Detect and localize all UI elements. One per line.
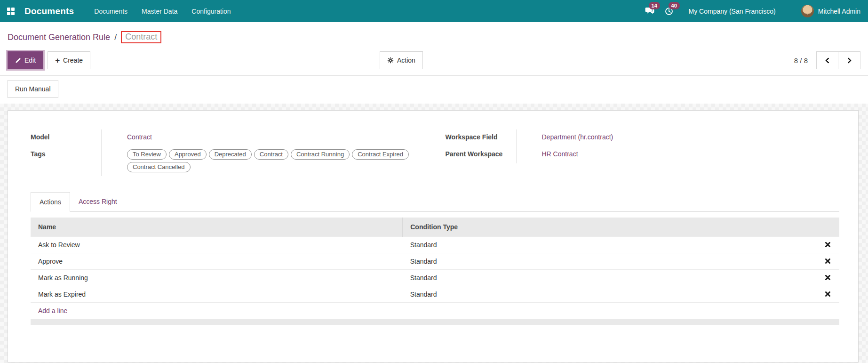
add-a-line-link[interactable]: Add a line: [38, 307, 67, 315]
pencil-icon: [15, 57, 21, 64]
tag-pill: To Review: [127, 149, 167, 160]
gear-icon: [387, 57, 394, 64]
apps-menu-button[interactable]: [0, 0, 22, 22]
tag-pill: Contract Cancelled: [127, 162, 191, 172]
create-button[interactable]: + Create: [48, 51, 90, 69]
column-header-delete: [816, 218, 839, 237]
tab-actions[interactable]: Actions: [31, 192, 70, 212]
edit-button[interactable]: Edit: [8, 51, 43, 69]
actions-table: Name Condition Type Ask to Review Standa…: [31, 218, 839, 319]
run-manual-button[interactable]: Run Manual: [8, 80, 58, 98]
cell-condition-type[interactable]: Standard: [403, 253, 816, 270]
action-button[interactable]: Action: [380, 51, 423, 69]
breadcrumb-current-highlighted: Contract: [121, 31, 161, 43]
pager-previous-button[interactable]: [816, 51, 838, 69]
top-navbar: Documents Documents Master Data Configur…: [0, 0, 868, 22]
delete-row-button[interactable]: [824, 274, 831, 281]
table-header-row: Name Condition Type: [31, 218, 839, 237]
tag-pill: Deprecated: [209, 149, 252, 160]
form-sheet: Model Contract Tags To Review Approved D…: [8, 110, 859, 363]
navbar-systray: 14 40 My Company (San Francisco) Mitchel…: [640, 3, 860, 19]
plus-icon: +: [55, 56, 60, 65]
tag-pill: Approved: [169, 149, 207, 160]
edit-create-group: Edit + Create: [8, 51, 90, 69]
add-line-row: Add a line: [31, 303, 839, 319]
fields-column-left: Model Contract Tags To Review Approved D…: [31, 129, 425, 176]
model-value-link[interactable]: Contract: [127, 133, 152, 141]
cell-name[interactable]: Approve: [31, 253, 403, 270]
user-name: Mitchell Admin: [818, 8, 860, 15]
field-workspace-field: Workspace Field Department (hr.contract): [446, 129, 840, 146]
cell-condition-type[interactable]: Standard: [403, 237, 816, 253]
tag-pill: Contract Expired: [352, 149, 409, 160]
form-view-background: Model Contract Tags To Review Approved D…: [0, 104, 868, 363]
pager: 8 / 8: [794, 51, 860, 69]
delete-x-icon: [825, 275, 830, 280]
delete-x-icon: [825, 242, 830, 247]
user-menu[interactable]: Mitchell Admin: [790, 5, 860, 17]
workspace-field-value-link[interactable]: Department (hr.contract): [542, 133, 613, 141]
activities-button[interactable]: 40: [660, 3, 678, 19]
apps-grid-icon: [7, 8, 15, 15]
delete-row-button[interactable]: [824, 290, 831, 298]
parent-workspace-label: Parent Workspace: [446, 146, 516, 163]
cell-condition-type[interactable]: Standard: [403, 286, 816, 303]
workspace-field-label: Workspace Field: [446, 129, 516, 146]
tab-access-right[interactable]: Access Right: [70, 192, 126, 212]
user-avatar: [801, 5, 814, 17]
field-parent-workspace: Parent Workspace HR Contract: [446, 146, 840, 163]
delete-x-icon: [825, 258, 830, 264]
fields-group: Model Contract Tags To Review Approved D…: [31, 129, 839, 176]
table-footer-strip: [31, 319, 839, 325]
app-title: Documents: [24, 6, 74, 16]
nav-item-configuration[interactable]: Configuration: [184, 0, 238, 22]
chevron-left-icon: [825, 57, 831, 64]
tags-label: Tags: [31, 146, 101, 176]
cell-name[interactable]: Mark as Running: [31, 270, 403, 286]
control-panel: Document Generation Rule / Contract Edit…: [0, 22, 868, 76]
navbar-menu: Documents Master Data Configuration: [87, 0, 238, 22]
navbar-left: Documents Documents Master Data Configur…: [0, 0, 238, 22]
pager-next-button[interactable]: [838, 51, 860, 69]
table-row[interactable]: Mark as Expired Standard: [31, 286, 839, 303]
tag-pill: Contract: [254, 149, 288, 160]
create-button-label: Create: [63, 56, 83, 64]
delete-row-button[interactable]: [824, 241, 831, 248]
nav-item-master-data[interactable]: Master Data: [135, 0, 184, 22]
messages-count-badge: 14: [649, 2, 660, 9]
tag-pill: Contract Running: [291, 149, 350, 160]
edit-button-label: Edit: [24, 56, 36, 64]
column-header-condition-type: Condition Type: [403, 218, 816, 237]
pager-buttons: [816, 51, 860, 69]
breadcrumb-parent-link[interactable]: Document Generation Rule: [8, 32, 110, 42]
model-label: Model: [31, 129, 101, 146]
cell-condition-type[interactable]: Standard: [403, 270, 816, 286]
pager-value[interactable]: 8 / 8: [794, 56, 808, 65]
statusbar: Run Manual: [0, 76, 868, 104]
breadcrumb-separator: /: [114, 32, 117, 42]
notebook-tabs: Actions Access Right: [31, 192, 839, 212]
column-header-name: Name: [31, 218, 403, 237]
activities-count-badge: 40: [669, 2, 680, 9]
fields-column-right: Workspace Field Department (hr.contract)…: [446, 129, 840, 176]
field-model: Model Contract: [31, 129, 425, 146]
nav-item-documents[interactable]: Documents: [87, 0, 135, 22]
table-row[interactable]: Mark as Running Standard: [31, 270, 839, 286]
parent-workspace-value-link[interactable]: HR Contract: [542, 150, 578, 158]
breadcrumb: Document Generation Rule / Contract: [8, 31, 860, 43]
delete-row-button[interactable]: [824, 258, 831, 265]
run-manual-label: Run Manual: [15, 85, 51, 93]
control-panel-buttons-row: Edit + Create Action 8 / 8: [8, 51, 860, 69]
messages-button[interactable]: 14: [640, 3, 660, 19]
field-tags: Tags To Review Approved Deprecated Contr…: [31, 146, 425, 176]
company-switcher[interactable]: My Company (San Francisco): [678, 8, 790, 15]
cell-name[interactable]: Ask to Review: [31, 237, 403, 253]
tags-list: To Review Approved Deprecated Contract C…: [127, 149, 409, 172]
table-row[interactable]: Approve Standard: [31, 253, 839, 270]
cell-name[interactable]: Mark as Expired: [31, 286, 403, 303]
chevron-right-icon: [845, 57, 852, 64]
table-row[interactable]: Ask to Review Standard: [31, 237, 839, 253]
action-button-label: Action: [397, 56, 415, 64]
delete-x-icon: [825, 291, 830, 297]
